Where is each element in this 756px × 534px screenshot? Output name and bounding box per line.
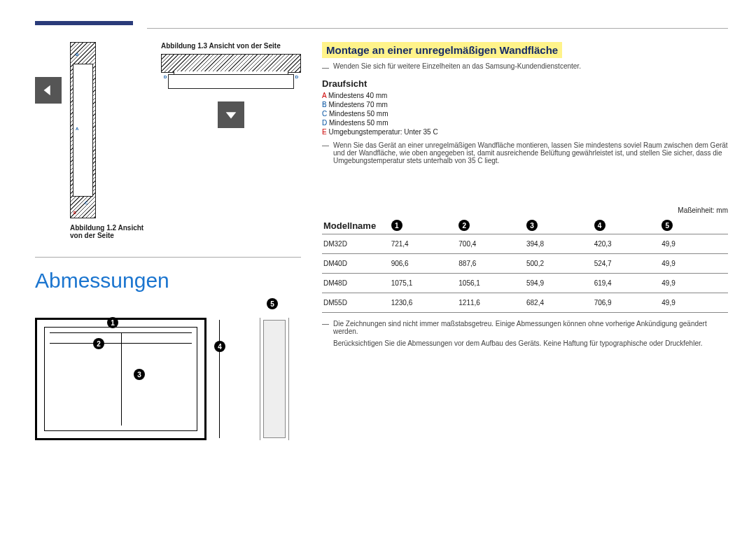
label-d-left: D: [164, 75, 167, 79]
spec-a-val: Mindestens 40 mm: [328, 92, 387, 99]
arrow-left-icon: [35, 77, 62, 104]
figure-profile-view: [260, 318, 289, 440]
spec-c-val: Mindestens 50 mm: [329, 110, 388, 118]
spec-d-val: Mindestens 50 mm: [329, 119, 388, 127]
spec-b-val: Mindestens 70 mm: [328, 101, 387, 108]
section-divider: [35, 257, 301, 258]
table-row: DM40D 906,6 887,6 500,2 524,7 49,9: [322, 254, 728, 274]
dash-icon-2: ―: [322, 141, 329, 164]
col-header-3: 3: [526, 220, 538, 231]
footnote-1: Die Zeichnungen sind nicht immer maßstab…: [333, 320, 728, 335]
label-c: C: [85, 201, 88, 205]
spec-d-key: D: [322, 119, 327, 127]
dim-marker-1: 1: [107, 317, 118, 328]
col-header-model: Modellname: [322, 217, 390, 234]
left-column: B A C E Abbildung 1.2 Ansicht von der Se…: [35, 42, 301, 440]
label-d-right: D: [295, 75, 298, 79]
table-row: DM48D 1075,1 1056,1 594,9 619,4 49,9: [322, 274, 728, 293]
spec-c-key: C: [322, 110, 327, 118]
table-row: DM32D 721,4 700,4 394,8 420,3 49,9: [322, 234, 728, 254]
page-rule: [147, 28, 728, 29]
col-header-1: 1: [391, 220, 402, 231]
figure-side-view: B A C E: [70, 42, 96, 218]
col-header-2: 2: [458, 220, 470, 231]
spec-e-val: Umgebungstemperatur: Unter 35 C: [328, 128, 438, 136]
dim-marker-2: 2: [93, 338, 104, 349]
figure-top-view: D D: [161, 54, 301, 96]
spec-e-key: E: [322, 128, 327, 136]
table-row: DM55D 1230,6 1211,6 682,4 706,9 49,9: [322, 293, 728, 313]
dim-marker-3: 3: [134, 369, 145, 380]
label-b: B: [76, 52, 78, 57]
figure2-caption: Abbildung 1.2 Ansicht von der Seite: [70, 224, 153, 239]
dash-icon-3: ―: [322, 320, 329, 347]
accent-bar: [35, 21, 133, 25]
col-header-4: 4: [594, 220, 606, 231]
figure3-caption: Abbildung 1.3 Ansicht von der Seite: [161, 42, 301, 50]
label-a: A: [76, 127, 78, 131]
spec-b-key: B: [322, 101, 327, 108]
mounting-note: Wenden Sie sich für weitere Einzelheiten…: [333, 62, 581, 71]
unit-label: Maßeinheit: mm: [322, 206, 728, 214]
figure-front-view: 1 2 3 4: [35, 318, 206, 440]
mounting-heading: Montage an einer unregelmäßigen Wandfläc…: [322, 42, 562, 58]
dash-icon: ―: [322, 62, 329, 71]
footnote-2: Berücksichtigen Sie die Abmessungen vor …: [333, 339, 728, 347]
dimensions-table: Modellname 1 2 3 4 5 DM32D 721,4 700,4 3…: [322, 217, 728, 313]
topview-heading: Draufsicht: [322, 78, 728, 89]
col-header-5: 5: [662, 220, 673, 231]
right-column: Montage an einer unregelmäßigen Wandfläc…: [322, 42, 728, 440]
dim-marker-4: 4: [214, 341, 225, 352]
section-heading-dimensions: Abmessungen: [35, 269, 301, 293]
label-e: E: [74, 211, 76, 215]
spec-a-key: A: [322, 92, 326, 99]
dim-marker-5: 5: [267, 298, 278, 309]
mounting-body: Wenn Sie das Gerät an einer unregelmäßig…: [333, 141, 728, 164]
arrow-down-icon: [218, 101, 244, 128]
